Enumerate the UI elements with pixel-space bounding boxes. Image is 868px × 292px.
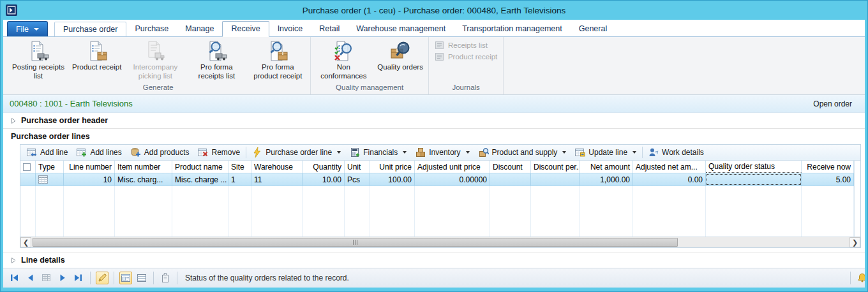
empty-column: [115, 186, 172, 237]
window-title: Purchase order (1 - ceu) - Purchase orde…: [1, 6, 867, 15]
cell-type[interactable]: [36, 173, 64, 186]
cell-unit-price[interactable]: 100.00: [370, 173, 415, 186]
toolbar-button-work-details[interactable]: Work details: [644, 146, 708, 159]
grid-view-icon[interactable]: [135, 272, 148, 284]
column-header-unit[interactable]: Unit: [345, 161, 370, 173]
tab-general[interactable]: General: [571, 22, 615, 36]
table-row[interactable]: 10Misc. charg...Misc. charge ...11110.00…: [20, 173, 854, 186]
toolbar-button-update-line[interactable]: Update line: [571, 146, 641, 159]
ribbon-button-non-conformances[interactable]: Non conformances: [313, 38, 374, 82]
ribbon-button-product-receipt[interactable]: Product receipt: [69, 38, 124, 82]
toolbar-button-add-lines[interactable]: Add lines: [72, 146, 126, 159]
nav-previous-icon[interactable]: [24, 272, 37, 284]
cell-item-number[interactable]: Misc. charg...: [115, 173, 172, 186]
column-header-quantity[interactable]: Quantity: [303, 161, 345, 173]
scrollbar-thumb[interactable]: [33, 238, 678, 247]
ribbon-button-pro-forma-receipts-list[interactable]: Pro forma receipts list: [186, 38, 247, 82]
tab-transportation-management[interactable]: Transportation management: [454, 22, 571, 36]
cell-quality-order-status[interactable]: [706, 173, 802, 186]
cell-warehouse[interactable]: 11: [251, 173, 303, 186]
empty-column: [706, 186, 802, 237]
cell-adjusted-unit-price[interactable]: 0.00000: [415, 173, 490, 186]
cell-quantity[interactable]: 10.00: [303, 173, 345, 186]
cell-discount[interactable]: [490, 173, 531, 186]
toolbar-button-inventory[interactable]: Inventory: [411, 146, 474, 159]
nav-last-icon[interactable]: [72, 272, 85, 284]
scroll-left-arrow-icon[interactable]: ❮: [20, 237, 31, 247]
vertical-scrollbar[interactable]: [854, 161, 860, 237]
toolbar-button-purchase-order-line[interactable]: Purchase order line: [248, 146, 345, 159]
file-menu-button[interactable]: File: [7, 21, 48, 36]
column-header-product-name[interactable]: Product name: [172, 161, 228, 173]
cell-unit[interactable]: Pcs: [345, 173, 370, 186]
journal-icon: [435, 40, 445, 50]
section-line-details[interactable]: Line details: [3, 252, 865, 268]
tab-receive[interactable]: Receive: [222, 21, 269, 37]
column-header-discount-per[interactable]: Discount per...: [531, 161, 580, 173]
tab-purchase[interactable]: Purchase: [126, 22, 177, 36]
dynamics-ax-icon[interactable]: [6, 4, 17, 16]
column-header-net-amount[interactable]: Net amount: [580, 161, 633, 173]
column-header-type[interactable]: Type: [36, 161, 64, 173]
form-view-icon[interactable]: [119, 272, 132, 284]
ribbon-group-label: Generate: [8, 84, 308, 94]
record-banner: 000480 : 1001 - Earth Televisions Open o…: [3, 95, 865, 113]
edit-pencil-icon[interactable]: [96, 272, 108, 284]
cell-receive-now[interactable]: 5.00: [802, 173, 854, 186]
cell-discount-per[interactable]: [531, 173, 580, 186]
column-header-select[interactable]: [20, 161, 36, 173]
toolbar-button-product-and-supply[interactable]: Product and supply: [474, 146, 571, 159]
toolbar-button-label: Add line: [40, 148, 68, 157]
scrollbar-track[interactable]: [32, 237, 849, 247]
column-header-adjusted-unit-price[interactable]: Adjusted unit price: [415, 161, 490, 173]
horizontal-scrollbar[interactable]: ❮ ❯: [20, 237, 860, 247]
ribbon-button-quality-orders[interactable]: Quality orders: [374, 38, 426, 82]
cell-select[interactable]: [20, 173, 36, 186]
column-header-discount[interactable]: Discount: [490, 161, 531, 173]
magnifier-document-truck-icon: [206, 40, 227, 62]
cell-product-name[interactable]: Misc. charge ...: [172, 173, 228, 186]
toolbar-button-financials[interactable]: Financials: [345, 146, 411, 159]
column-header-adjusted-net-am[interactable]: Adjusted net am...: [633, 161, 706, 173]
column-header-unit-price[interactable]: Unit price: [370, 161, 415, 173]
select-all-checkbox[interactable]: [23, 163, 31, 171]
empty-column: [20, 186, 36, 237]
section-purchase-order-header[interactable]: Purchase order header: [3, 113, 865, 129]
toolbar-button-add-products[interactable]: Add products: [126, 146, 194, 159]
column-header-quality-order-status[interactable]: Quality order status: [706, 161, 802, 173]
work-details-icon: [648, 147, 659, 157]
toolbar-button-add-line[interactable]: Add line: [22, 146, 72, 159]
ribbon-button-intercompany-picking-list: Intercompany picking list: [124, 38, 186, 82]
tab-warehouse-management[interactable]: Warehouse management: [348, 22, 454, 36]
cell-site[interactable]: 1: [228, 173, 251, 186]
tab-invoice[interactable]: Invoice: [269, 22, 311, 36]
attachment-icon[interactable]: [159, 272, 172, 284]
ribbon-button-pro-forma-product-receipt[interactable]: Pro forma product receipt: [247, 38, 308, 82]
bell-icon[interactable]: [856, 272, 865, 284]
column-header-item-number[interactable]: Item number: [115, 161, 172, 173]
ribbon-button-label: Posting receipts list: [11, 63, 66, 80]
toolbar-button-label: Product and supply: [492, 148, 558, 157]
scroll-right-arrow-icon[interactable]: ❯: [849, 237, 860, 247]
expand-arrow-icon[interactable]: [11, 118, 16, 124]
column-header-receive-now[interactable]: Receive now: [802, 161, 854, 173]
expand-arrow-icon[interactable]: [11, 258, 16, 263]
empty-column: [370, 186, 415, 237]
tab-retail[interactable]: Retail: [311, 22, 348, 36]
cell-net-amount[interactable]: 1,000.00: [580, 173, 633, 186]
tab-purchase-order[interactable]: Purchase order: [54, 22, 126, 36]
title-bar[interactable]: Purchase order (1 - ceu) - Purchase orde…: [1, 1, 867, 20]
toolbar-button-remove[interactable]: Remove: [193, 146, 244, 159]
column-header-warehouse[interactable]: Warehouse: [251, 161, 303, 173]
column-header-line-number[interactable]: Line number: [64, 161, 115, 173]
column-header-site[interactable]: Site: [228, 161, 251, 173]
chevron-down-icon: [403, 151, 407, 154]
tab-manage[interactable]: Manage: [177, 22, 222, 36]
cell-adjusted-net-am[interactable]: 0.00: [633, 173, 706, 186]
ribbon-button-posting-receipts-list[interactable]: Posting receipts list: [8, 38, 69, 82]
section-purchase-order-lines: Purchase order lines Add lineAdd linesAd…: [3, 129, 865, 252]
nav-first-icon[interactable]: [8, 272, 21, 284]
app-window: Purchase order (1 - ceu) - Purchase orde…: [0, 0, 868, 292]
nav-next-icon[interactable]: [56, 272, 69, 284]
cell-line-number[interactable]: 10: [64, 173, 115, 186]
